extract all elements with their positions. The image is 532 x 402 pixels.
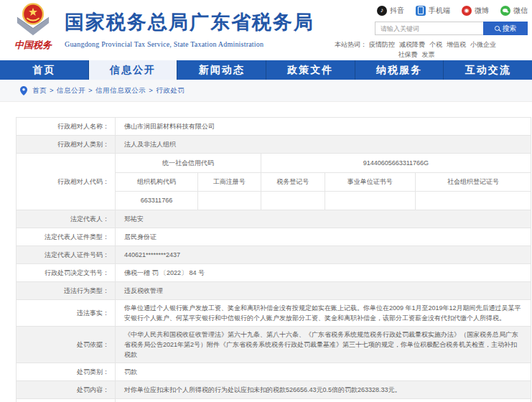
row-label-violation-type: 违法行为类型： <box>17 282 116 299</box>
hotword-link[interactable]: 发票 <box>422 51 435 58</box>
nav-tab-tax-service[interactable]: 纳税服务 <box>355 60 444 80</box>
wechat-icon <box>500 6 510 16</box>
row-value-penalty-category: 罚款 <box>116 363 531 380</box>
table-row-violation-facts: 违法事实：你单位通过个人银行账户发放工资、奖金和离职补偿金没有按规定如实在账上记… <box>17 300 531 327</box>
row-value-party-name: 佛山市润田新材料科技有限公司 <box>116 118 531 135</box>
site-title: 国家税务总局广东省税务局 <box>65 9 314 35</box>
row-label-party-name: 行政相对人名称： <box>17 118 116 135</box>
row-label-penalty-basis: 处罚依据： <box>17 327 116 363</box>
content-area: 行政相对人名称：佛山市润田新材料科技有限公司行政相对人类别：法人及非法人组织行政… <box>0 117 532 402</box>
social-label-weibo: 微博 <box>475 6 489 16</box>
row-value-party-codes: 统一社会信用代码91440605663311766G组织机构代码工商注册号税务登… <box>116 154 531 210</box>
tax-emblem-icon <box>13 3 53 39</box>
hotword-link[interactable]: 小微企业 <box>470 41 496 48</box>
table-row-party-codes: 行政相对人代码：统一社会信用代码91440605663311766G组织机构代码… <box>17 154 531 210</box>
code-column-header: 工商注册号 <box>197 172 261 191</box>
nav-tab-policy[interactable]: 政策文件 <box>266 60 355 80</box>
code-column-header: 税务登记号 <box>261 172 325 191</box>
hotword-link[interactable]: 增值税 <box>447 41 466 48</box>
row-value-party-type: 法人及非法人组织 <box>116 136 531 153</box>
penalty-info-table: 行政相对人名称：佛山市润田新材料科技有限公司行政相对人类别：法人及非法人组织行政… <box>16 117 531 402</box>
code-column-header: 社会组织登记证号 <box>415 172 531 191</box>
breadcrumb-separator: > <box>149 86 153 94</box>
breadcrumb-separator: > <box>50 86 54 94</box>
row-value-violation-facts: 你单位通过个人银行账户发放工资、奖金和离职补偿金没有按规定如实在账上记载。你单位… <box>116 300 531 326</box>
location-pin-icon <box>20 86 27 95</box>
social-label-douyin: 抖音 <box>390 6 404 16</box>
credit-code-label: 统一社会信用代码 <box>116 154 261 172</box>
search-icon <box>495 26 500 31</box>
social-links: 抖音手机端微博微信 <box>280 5 528 16</box>
row-value-fine-amount: 26.332833 <box>116 399 531 402</box>
social-link-douyin[interactable]: 抖音 <box>377 6 404 16</box>
table-row-legal-rep-id-number: 法定代表人证件号码：440621********2437 <box>17 246 531 264</box>
search-button-label: 搜索 <box>503 24 517 34</box>
row-value-decision-doc-number: 佛税一稽 罚 〔2022〕 84 号 <box>116 264 531 281</box>
code-column-value: 663311766 <box>116 191 197 210</box>
hotword-link[interactable]: 社保费 <box>398 51 418 58</box>
logo-caption: 中国税务 <box>9 40 57 50</box>
row-label-legal-rep-id-number: 法定代表人证件号码： <box>17 246 116 263</box>
code-column-value <box>325 191 415 210</box>
row-label-decision-doc-number: 行政处罚决定文书号： <box>17 264 116 281</box>
hotword-link[interactable]: 疫情防控 <box>369 41 395 48</box>
nav-tab-home[interactable]: 首页 <box>0 60 89 80</box>
breadcrumb: 首页>信息公开>信用信息双公示>行政处罚 <box>32 86 185 95</box>
party-codes-table: 统一社会信用代码91440605663311766G组织机构代码工商注册号税务登… <box>116 154 531 210</box>
row-label-legal-rep-id-type: 法定代表人证件类型： <box>17 228 116 246</box>
row-label-party-codes: 行政相对人代码： <box>17 154 116 210</box>
code-column-header: 事业单位证书号 <box>325 172 415 191</box>
site-logo[interactable]: 中国税务 <box>9 3 57 50</box>
main-nav: 首页信息公开新闻动态政策文件纳税服务互动交流 <box>0 60 532 80</box>
row-label-violation-facts: 违法事实： <box>17 300 116 326</box>
hotwords-line-1: 本站热词：疫情防控减税降费个税增值税小微企业 <box>305 39 528 50</box>
breadcrumb-item[interactable]: 信用信息双公示 <box>95 86 146 94</box>
row-value-legal-rep: 郑祐安 <box>116 210 531 228</box>
code-column-value <box>197 191 261 210</box>
row-value-violation-type: 违反税收管理 <box>116 282 531 299</box>
header-right: 抖音手机端微博微信 搜索 本站热词：疫情防控减税降费个税增值税小微企业社保费发票 <box>280 5 528 60</box>
social-link-weibo[interactable]: 微博 <box>462 6 489 16</box>
nav-tab-interaction[interactable]: 互动交流 <box>444 60 532 80</box>
nav-tab-info-disclosure[interactable]: 信息公开 <box>89 60 178 80</box>
credit-code-value: 91440605663311766G <box>261 154 531 172</box>
table-row-legal-rep-id-type: 法定代表人证件类型：居民身份证 <box>17 228 531 246</box>
title-block: 国家税务总局广东省税务局 Guangdong Provincial Tax Se… <box>65 9 314 48</box>
search-button[interactable]: 搜索 <box>483 22 528 35</box>
breadcrumb-item: 行政处罚 <box>156 86 185 94</box>
row-value-penalty-basis: 《中华人民共和国税收征收管理法》第六十九条、第八十六条、《广东省税务系统规范税务… <box>116 327 531 363</box>
breadcrumb-separator: > <box>88 86 93 94</box>
table-row-decision-doc-number: 行政处罚决定文书号：佛税一稽 罚 〔2022〕 84 号 <box>17 264 531 282</box>
mobile-app-icon <box>416 6 426 16</box>
page: 中国税务 国家税务总局广东省税务局 Guangdong Provincial T… <box>0 0 532 402</box>
hotwords: 本站热词：疫情防控减税降费个税增值税小微企业社保费发票 <box>305 39 528 60</box>
table-row-violation-type: 违法行为类型：违反税收管理 <box>17 282 531 300</box>
hotword-link[interactable]: 减税降费 <box>399 41 425 48</box>
site-header: 中国税务 国家税务总局广东省税务局 Guangdong Provincial T… <box>0 0 532 60</box>
breadcrumb-item[interactable]: 信息公开 <box>57 86 85 94</box>
search-input[interactable] <box>375 22 483 35</box>
row-value-legal-rep-id-number: 440621********2437 <box>116 246 531 263</box>
social-link-wechat[interactable]: 微信 <box>500 6 528 16</box>
code-column-value <box>261 191 325 210</box>
row-label-legal-rep: 法定代表人： <box>17 210 116 228</box>
table-row-penalty-content: 处罚内容：对你单位应扣未扣个人所得税的行为处以应扣未扣的税款526656.43元… <box>17 381 531 399</box>
social-link-mobile[interactable]: 手机端 <box>416 6 450 16</box>
breadcrumb-bar: 首页>信息公开>信用信息双公示>行政处罚 <box>0 80 532 102</box>
hotwords-prefix: 本站热词： <box>335 41 367 48</box>
table-row-fine-amount: 罚款金额（万元）：26.332833 <box>17 399 531 402</box>
row-label-fine-amount: 罚款金额（万元）： <box>17 399 116 402</box>
table-row-party-type: 行政相对人类别：法人及非法人组织 <box>17 136 531 154</box>
site-subtitle-en: Guangdong Provincial Tax Service, State … <box>65 40 314 48</box>
weibo-icon <box>462 6 472 16</box>
hotwords-line-2: 社保费发票 <box>305 50 528 60</box>
douyin-icon <box>377 6 387 16</box>
hotword-link[interactable]: 个税 <box>429 41 442 48</box>
table-row-penalty-basis: 处罚依据：《中华人民共和国税收征收管理法》第六十九条、第八十六条、《广东省税务系… <box>17 327 531 363</box>
row-value-legal-rep-id-type: 居民身份证 <box>116 228 531 246</box>
breadcrumb-item[interactable]: 首页 <box>32 86 47 94</box>
code-column-header: 组织机构代码 <box>116 172 197 191</box>
social-label-mobile: 手机端 <box>429 6 450 16</box>
nav-tab-news[interactable]: 新闻动态 <box>177 60 266 80</box>
table-row-party-name: 行政相对人名称：佛山市润田新材料科技有限公司 <box>17 118 531 136</box>
